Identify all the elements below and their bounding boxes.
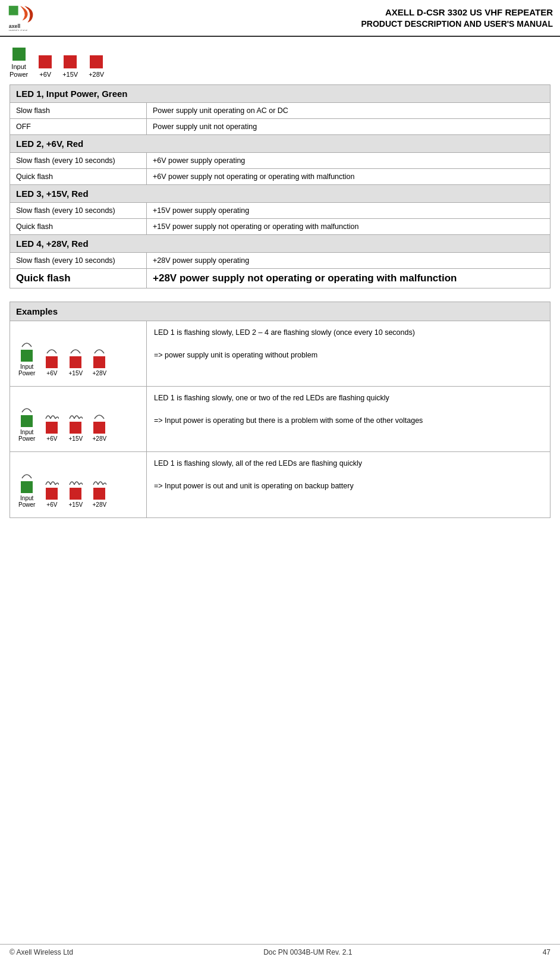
led4-square [90, 55, 103, 68]
led-15v: +15V [62, 55, 78, 79]
led-label-small: +28V [93, 370, 107, 377]
quick-arc-icon [68, 476, 83, 486]
flash-item: +15V [68, 345, 83, 377]
row-label: Slow flash (every 10 seconds) [10, 153, 147, 169]
example-row-3: InputPower +6V [10, 452, 550, 517]
led2-square [39, 55, 52, 68]
flash-item: +6V [45, 410, 59, 442]
flash-item: InputPower [18, 470, 35, 508]
led-square-red [93, 356, 105, 368]
flash-item: +28V [92, 345, 106, 377]
logo-svg: axell WIRELESS [7, 5, 61, 31]
led-label-small: +6V [46, 370, 57, 377]
example-row-2: InputPower +6V [10, 387, 550, 452]
table-row: Slow flash Power supply unit operating o… [10, 103, 550, 119]
slow-arc-icon [68, 345, 83, 354]
table-row: LED 4, +28V, Red [10, 235, 550, 253]
flash-item: +15V [68, 476, 83, 508]
table-row: Slow flash (every 10 seconds) +6V power … [10, 153, 550, 169]
section-header-led2: LED 2, +6V, Red [10, 135, 550, 153]
led1-square [12, 48, 26, 61]
led3-square [64, 55, 77, 68]
led-label-small: +6V [46, 501, 57, 508]
footer-copyright: © Axell Wireless Ltd [10, 948, 73, 956]
row-label-large: Quick flash [10, 269, 147, 288]
slow-arc-icon [45, 345, 59, 354]
flash-row: InputPower +6V [18, 404, 106, 442]
flash-row: InputPower +6V +15V [18, 338, 106, 377]
table-row: Quick flash +15V power supply not operat… [10, 219, 550, 235]
led-label-small: +15V [69, 435, 83, 442]
row-label: Quick flash [10, 219, 147, 235]
led-square-red [70, 356, 81, 368]
row-label: Quick flash [10, 169, 147, 185]
led-label-small: +15V [69, 501, 83, 508]
led3-label: +15V [62, 71, 78, 79]
flash-item: InputPower [18, 338, 35, 377]
led-label-small: +28V [93, 435, 107, 442]
row-value: +28V power supply operating [147, 253, 550, 269]
table-row: Quick flash +28V power supply not operat… [10, 269, 550, 288]
row-value: Power supply unit not operating [147, 119, 550, 135]
led-square-red [46, 422, 58, 434]
led-label-small: +6V [46, 435, 57, 442]
led-square-red [70, 422, 81, 434]
row-value: +15V power supply operating [147, 203, 550, 219]
examples-header: Examples [10, 302, 550, 321]
table-row: Slow flash (every 10 seconds) +15V power… [10, 203, 550, 219]
led-6v: +6V [39, 55, 52, 79]
svg-rect-0 [9, 6, 18, 15]
table-row: Quick flash +6V power supply not operati… [10, 169, 550, 185]
led-square-green [21, 350, 33, 362]
slow-arc-icon [20, 470, 34, 479]
table-row: Slow flash (every 10 seconds) +28V power… [10, 253, 550, 269]
flash-item: +15V [68, 410, 83, 442]
section-header-led4: LED 4, +28V, Red [10, 235, 550, 253]
section-header-led3: LED 3, +15V, Red [10, 185, 550, 203]
led-label-small: InputPower [18, 429, 35, 442]
led-square-green [21, 481, 33, 493]
example-text-1: LED 1 is flashing slowly, LED 2 – 4 are … [147, 321, 550, 386]
led-square-red [46, 356, 58, 368]
row-value-large: +28V power supply not operating or opera… [147, 269, 550, 288]
page-header: axell WIRELESS AXELL D-CSR 3302 US VHF R… [0, 0, 560, 37]
example-led-group-3: InputPower +6V [10, 452, 147, 517]
led-input-power: InputPower [10, 48, 28, 79]
footer-page: 47 [543, 948, 550, 956]
led-label-small: InputPower [18, 363, 35, 377]
led-28v: +28V [89, 55, 104, 79]
led-description-table: LED 1, Input Power, Green Slow flash Pow… [10, 84, 550, 288]
led1-label: InputPower [10, 63, 28, 79]
flash-item: +28V [92, 410, 106, 442]
example-text-2: LED 1 is flashing slowly, one or two of … [147, 387, 550, 451]
led-square-red [93, 488, 105, 500]
led-label-small: +28V [93, 501, 107, 508]
row-label: OFF [10, 119, 147, 135]
row-value: +15V power supply not operating or opera… [147, 219, 550, 235]
row-value: Power supply unit operating on AC or DC [147, 103, 550, 119]
led-label-small: InputPower [18, 495, 35, 508]
row-label: Slow flash (every 10 seconds) [10, 253, 147, 269]
page-footer: © Axell Wireless Ltd Doc PN 0034B-UM Rev… [0, 944, 560, 960]
title-line1: AXELL D-CSR 3302 US VHF REPEATER [102, 6, 553, 18]
slow-arc-icon [92, 410, 106, 420]
table-row: LED 3, +15V, Red [10, 185, 550, 203]
example-text-line: => Input power is operating but there is… [154, 415, 543, 426]
examples-section: Examples InputPower +6V [10, 302, 550, 518]
row-value: +6V power supply not operating or operat… [147, 169, 550, 185]
flash-item: InputPower [18, 404, 35, 442]
logo: axell WIRELESS [7, 5, 102, 31]
header-title: AXELL D-CSR 3302 US VHF REPEATER PRODUCT… [102, 6, 553, 30]
quick-arc-icon [92, 476, 106, 486]
example-text-line: LED 1 is flashing slowly, LED 2 – 4 are … [154, 327, 543, 338]
led-square-red [46, 488, 58, 500]
quick-arc-icon [45, 476, 59, 486]
flash-item: +6V [45, 345, 59, 377]
example-text-3: LED 1 is flashing slowly, all of the red… [147, 452, 550, 517]
section-header-led1: LED 1, Input Power, Green [10, 85, 550, 103]
table-row: LED 2, +6V, Red [10, 135, 550, 153]
led-indicator-group: InputPower +6V +15V +28V [0, 37, 560, 84]
slow-arc-icon [92, 345, 106, 354]
example-text-line: LED 1 is flashing slowly, all of the red… [154, 458, 543, 469]
svg-text:WIRELESS: WIRELESS [9, 29, 28, 31]
